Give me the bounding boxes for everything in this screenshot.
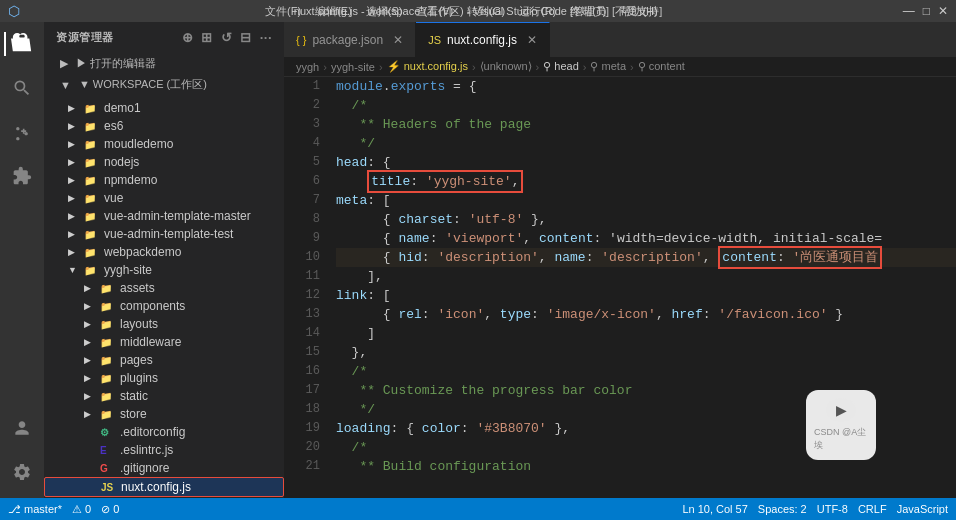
breadcrumb-yygh[interactable]: yygh: [296, 61, 319, 73]
tree-item[interactable]: ▶📁components: [44, 297, 284, 315]
close-button[interactable]: ✕: [938, 4, 948, 18]
spaces[interactable]: Spaces: 2: [758, 503, 807, 515]
breadcrumb-meta[interactable]: ⚲ meta: [590, 60, 626, 73]
breadcrumb-head[interactable]: ⚲ head: [543, 60, 579, 73]
file-label: pages: [120, 353, 153, 367]
tree-item[interactable]: ▶📁store: [44, 405, 284, 423]
code-line[interactable]: ]: [336, 324, 956, 343]
tree-item[interactable]: ▶📁vue-admin-template-test: [44, 225, 284, 243]
tab-package-json[interactable]: { } package.json ✕: [284, 22, 416, 57]
tree-item[interactable]: ▶📁assets: [44, 279, 284, 297]
open-editors-toggle[interactable]: ▶ ▶ 打开的编辑器: [44, 53, 284, 74]
error-count[interactable]: ⚠ 0: [72, 503, 91, 516]
warning-count[interactable]: ⊘ 0: [101, 503, 119, 516]
tree-item[interactable]: ▶📁nodejs: [44, 153, 284, 171]
tree-arrow: ▶: [68, 211, 80, 221]
code-line[interactable]: ],: [336, 267, 956, 286]
tree-item[interactable]: ▶📁npmdemo: [44, 171, 284, 189]
source-control-icon[interactable]: [4, 114, 40, 150]
account-icon[interactable]: [4, 410, 40, 446]
refresh-icon[interactable]: ↺: [221, 30, 233, 45]
highlighted-code: title: 'yygh-site',: [367, 170, 523, 193]
file-label: npmdemo: [104, 173, 157, 187]
breadcrumb-yygh-site[interactable]: yygh-site: [331, 61, 375, 73]
code-line[interactable]: link: [: [336, 286, 956, 305]
tab-close-package[interactable]: ✕: [393, 33, 403, 47]
sidebar-header-icons[interactable]: ⊕ ⊞ ↺ ⊟ ···: [182, 30, 272, 45]
line-number: 21: [284, 457, 320, 476]
tree-item[interactable]: ▶📁pages: [44, 351, 284, 369]
tree-item[interactable]: G.gitignore: [44, 459, 284, 477]
cursor-position[interactable]: Ln 10, Col 57: [682, 503, 747, 515]
sidebar-header: 资源管理器 ⊕ ⊞ ↺ ⊟ ···: [44, 22, 284, 49]
tree-item[interactable]: ▶📁vue: [44, 189, 284, 207]
app-icon: ⬡: [8, 3, 20, 19]
tree-item[interactable]: ⚙.editorconfig: [44, 423, 284, 441]
tree-item[interactable]: ▶📁plugins: [44, 369, 284, 387]
tree-arrow: ▶: [84, 391, 96, 401]
line-number: 5: [284, 153, 320, 172]
file-type-icon: 📁: [100, 373, 116, 384]
line-number: 16: [284, 362, 320, 381]
encoding[interactable]: UTF-8: [817, 503, 848, 515]
line-number: 9: [284, 229, 320, 248]
collapse-icon[interactable]: ⊟: [240, 30, 252, 45]
breadcrumb-content[interactable]: ⚲ content: [638, 60, 685, 73]
search-icon[interactable]: [4, 70, 40, 106]
file-type-icon: 📁: [100, 409, 116, 420]
new-file-icon[interactable]: ⊕: [182, 30, 194, 45]
settings-icon[interactable]: [4, 454, 40, 490]
git-branch[interactable]: ⎇ master*: [8, 503, 62, 516]
tree-item[interactable]: ▶📁demo1: [44, 99, 284, 117]
workspace-arrow: ▼: [60, 79, 71, 91]
maximize-button[interactable]: □: [923, 4, 930, 18]
tree-item[interactable]: ▼📁yygh-site: [44, 261, 284, 279]
code-line[interactable]: meta: [: [336, 191, 956, 210]
workspace-toggle[interactable]: ▼ ▼ WORKSPACE (工作区): [44, 74, 284, 95]
tab-nuxt-config[interactable]: JS nuxt.config.js ✕: [416, 22, 550, 57]
language-mode[interactable]: JavaScript: [897, 503, 948, 515]
code-line[interactable]: },: [336, 343, 956, 362]
file-type-icon: 📁: [84, 193, 100, 204]
tree-item[interactable]: ▶📁middleware: [44, 333, 284, 351]
line-number: 10: [284, 248, 320, 267]
tree-item[interactable]: ▶📁layouts: [44, 315, 284, 333]
code-line[interactable]: ** Headers of the page: [336, 115, 956, 134]
code-line[interactable]: /*: [336, 362, 956, 381]
window-controls[interactable]: — □ ✕: [903, 4, 948, 18]
code-line[interactable]: { hid: 'description', name: 'description…: [336, 248, 956, 267]
tab-label-nuxt: nuxt.config.js: [447, 33, 517, 47]
tree-item[interactable]: ▶📁moudledemo: [44, 135, 284, 153]
explorer-icon[interactable]: [4, 26, 40, 62]
tree-item[interactable]: ▶📁webpackdemo: [44, 243, 284, 261]
more-icon[interactable]: ···: [260, 30, 272, 45]
file-label: plugins: [120, 371, 158, 385]
tab-close-nuxt[interactable]: ✕: [527, 33, 537, 47]
breadcrumb-file[interactable]: ⚡ nuxt.config.js: [387, 60, 468, 73]
tree-item[interactable]: E.eslintrc.js: [44, 441, 284, 459]
minimize-button[interactable]: —: [903, 4, 915, 18]
tree-item[interactable]: ▶📁es6: [44, 117, 284, 135]
code-line[interactable]: /*: [336, 96, 956, 115]
window-title: nuxt.config.js - workspace (工作区) - Visua…: [294, 4, 662, 19]
extensions-icon[interactable]: [4, 158, 40, 194]
code-line[interactable]: module.exports = {: [336, 77, 956, 96]
highlighted-code-2: content: '尚医通项目首: [718, 246, 882, 269]
tree-arrow: ▶: [68, 175, 80, 185]
code-line[interactable]: */: [336, 134, 956, 153]
line-ending[interactable]: CRLF: [858, 503, 887, 515]
line-number: 2: [284, 96, 320, 115]
breadcrumb-unknown[interactable]: ⟨unknown⟩: [480, 60, 532, 73]
watermark: ▶ CSDN @A尘埃: [806, 390, 876, 460]
tree-item[interactable]: ▶📁static: [44, 387, 284, 405]
code-line[interactable]: title: 'yygh-site',: [336, 172, 956, 191]
tree-item[interactable]: ▶📁vue-admin-template-master: [44, 207, 284, 225]
file-label: middleware: [120, 335, 181, 349]
code-line[interactable]: { charset: 'utf-8' },: [336, 210, 956, 229]
file-label: vue-admin-template-master: [104, 209, 251, 223]
tree-arrow: ▶: [68, 229, 80, 239]
tree-item[interactable]: JSnuxt.config.js: [44, 477, 284, 497]
file-type-icon: 📁: [84, 265, 100, 276]
new-folder-icon[interactable]: ⊞: [201, 30, 213, 45]
code-line[interactable]: { rel: 'icon', type: 'image/x-icon', hre…: [336, 305, 956, 324]
